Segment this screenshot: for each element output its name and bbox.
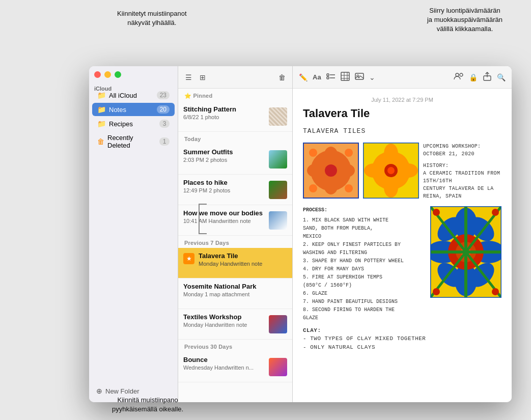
note-meta: Wednesday Handwritten n... <box>183 365 265 371</box>
process-section: PROCESS: 1. MIX BLACK SAND WITH WHITE SA… <box>303 206 501 322</box>
editor-toolbar: ✏️ Aa <box>293 66 512 89</box>
sidebar-item-label: Recently Deleted <box>107 134 156 149</box>
media-button[interactable] <box>355 72 364 82</box>
note-item-talavera-tile[interactable]: ★ Talavera Tile Monday Handwritten note <box>178 248 292 278</box>
note-timestamp: July 11, 2022 at 7:29 PM <box>303 97 501 103</box>
note-content: Textiles Workshop Monday Handwritten not… <box>183 313 265 335</box>
svg-point-12 <box>460 73 463 76</box>
handwritten-title: TALAVERA TILES <box>303 126 501 136</box>
collaborate-icon[interactable] <box>454 72 464 82</box>
sidebar: 📁 All iCloud 23 📁 Notes 20 📁 Recipes 3 🗑… <box>89 66 178 402</box>
sidebar-item-label: Recipes <box>109 120 156 128</box>
more-button[interactable]: ⌄ <box>369 73 375 81</box>
tile-side-text: UPCOMING WORKSHOP: OCTOBER 21, 2020 HIST… <box>423 143 501 200</box>
note-title: Bounce <box>183 356 265 363</box>
sidebar-item-recently-deleted[interactable]: 🗑 Recently Deleted 1 <box>92 131 175 152</box>
note-content: Bounce Wednesday Handwritten n... <box>183 356 265 378</box>
checklist-button[interactable] <box>326 72 336 82</box>
folder-icon: 📁 <box>97 91 106 99</box>
svg-point-37 <box>387 167 395 174</box>
note-item-bounce[interactable]: Bounce Wednesday Handwritten n... <box>178 352 292 382</box>
note-title: Talavera Tile <box>199 252 287 260</box>
sidebar-item-notes[interactable]: 📁 Notes 20 <box>92 103 175 116</box>
svg-point-55 <box>433 209 440 216</box>
images-row: UPCOMING WORKSHOP: OCTOBER 21, 2020 HIST… <box>303 143 501 200</box>
svg-point-21 <box>309 149 317 157</box>
note-meta: 12:49 PM 2 photos <box>183 187 265 193</box>
list-view-button[interactable]: ☰ <box>183 72 193 82</box>
note-content: Yosemite National Park Monday 1 map atta… <box>183 283 287 304</box>
note-title: Stitching Pattern <box>183 105 265 113</box>
editor-toolbar-right: 🔒 🔍 <box>454 72 506 82</box>
note-meta: 2:03 PM 2 photos <box>183 157 265 163</box>
note-item-yosemite[interactable]: Yosemite National Park Monday 1 map atta… <box>178 278 292 309</box>
note-title: Yosemite National Park <box>183 283 287 290</box>
table-button[interactable] <box>341 72 350 82</box>
delete-button[interactable]: 🗑 <box>277 72 287 82</box>
search-button[interactable]: 🔍 <box>497 73 506 81</box>
traffic-lights <box>94 71 121 78</box>
svg-rect-4 <box>341 72 349 80</box>
app-window: 📁 All iCloud 23 📁 Notes 20 📁 Recipes 3 🗑… <box>89 66 512 402</box>
sidebar-item-label: Notes <box>109 106 154 114</box>
svg-point-24 <box>345 184 353 192</box>
note-thumbnail <box>269 181 287 199</box>
svg-rect-9 <box>355 73 364 79</box>
sidebar-item-count: 20 <box>157 105 170 114</box>
note-item-textiles[interactable]: Textiles Workshop Monday Handwritten not… <box>178 309 292 340</box>
svg-point-58 <box>492 288 499 295</box>
note-title: Textiles Workshop <box>183 313 265 321</box>
note-item-how-we-move[interactable]: How we move our bodies 10:41 AM Handwrit… <box>178 205 292 236</box>
font-button[interactable]: Aa <box>313 73 321 81</box>
section-header-today: Today <box>178 132 292 144</box>
clay-section: CLAY: - TWO TYPES OF CLAY MIXED TOGETHER… <box>303 326 501 352</box>
plus-icon: ⊕ <box>96 387 102 395</box>
note-content: Stitching Pattern 6/8/22 1 photo <box>183 105 265 127</box>
lock-button[interactable]: 🔒 <box>469 73 478 81</box>
tile-image-1 <box>303 143 359 199</box>
note-item-stitching[interactable]: Stitching Pattern 6/8/22 1 photo <box>178 101 292 132</box>
folder-icon: 📁 <box>97 120 106 128</box>
tile-image-2 <box>363 143 419 199</box>
share-button[interactable] <box>483 72 492 82</box>
note-title: Places to hike <box>183 179 265 186</box>
new-note-button[interactable]: ✏️ <box>299 73 308 81</box>
new-folder-label: New Folder <box>105 387 139 395</box>
sidebar-item-label: All iCloud <box>109 92 154 99</box>
note-thumbnail <box>269 107 287 126</box>
svg-point-22 <box>345 149 353 157</box>
note-item-summer-outfits[interactable]: Summer Outfits 2:03 PM 2 photos <box>178 144 292 175</box>
note-editor: ✏️ Aa <box>293 66 512 402</box>
note-title: How we move our bodies <box>183 209 265 217</box>
notes-list-toolbar: ☰ ⊞ 🗑 <box>178 66 292 89</box>
pinned-star-icon: ★ <box>183 253 194 264</box>
note-item-places-to-hike[interactable]: Places to hike 12:49 PM 2 photos <box>178 175 292 205</box>
note-thumbnail <box>269 358 287 376</box>
minimize-button[interactable] <box>104 71 111 78</box>
folder-icon: 📁 <box>97 105 106 114</box>
note-meta: Monday 1 map attachment <box>183 291 287 297</box>
section-header-30days: Previous 30 Days <box>178 340 292 352</box>
fullscreen-button[interactable] <box>115 71 121 78</box>
sidebar-item-recipes[interactable]: 📁 Recipes 3 <box>92 117 175 130</box>
svg-point-11 <box>456 73 459 76</box>
svg-point-20 <box>325 164 337 177</box>
trash-icon: 🗑 <box>97 137 104 146</box>
note-thumbnail <box>269 150 287 169</box>
editor-toolbar-left: ✏️ Aa <box>299 72 375 82</box>
editor-content[interactable]: July 11, 2022 at 7:29 PM Talavera Tile T… <box>293 89 512 402</box>
app-container: 📁 All iCloud 23 📁 Notes 20 📁 Recipes 3 🗑… <box>89 66 512 402</box>
note-meta: Monday Handwritten note <box>183 322 265 328</box>
section-header-7days: Previous 7 Days <box>178 236 292 248</box>
note-thumbnail <box>269 211 287 230</box>
new-folder-button[interactable]: ⊕ New Folder <box>89 384 178 398</box>
note-content: How we move our bodies 10:41 AM Handwrit… <box>183 209 265 231</box>
annotation-top-left: Kiinnitetyt muistiinpanotnäkyvät ylhääll… <box>117 9 187 27</box>
grid-view-button[interactable]: ⊞ <box>198 72 208 82</box>
close-button[interactable] <box>94 71 101 78</box>
note-content: Summer Outfits 2:03 PM 2 photos <box>183 148 265 170</box>
svg-point-57 <box>433 288 440 295</box>
svg-point-23 <box>309 184 317 192</box>
notes-scroll-area[interactable]: ⭐ Pinned Stitching Pattern 6/8/22 1 phot… <box>178 89 292 402</box>
sidebar-item-count: 1 <box>159 137 170 146</box>
